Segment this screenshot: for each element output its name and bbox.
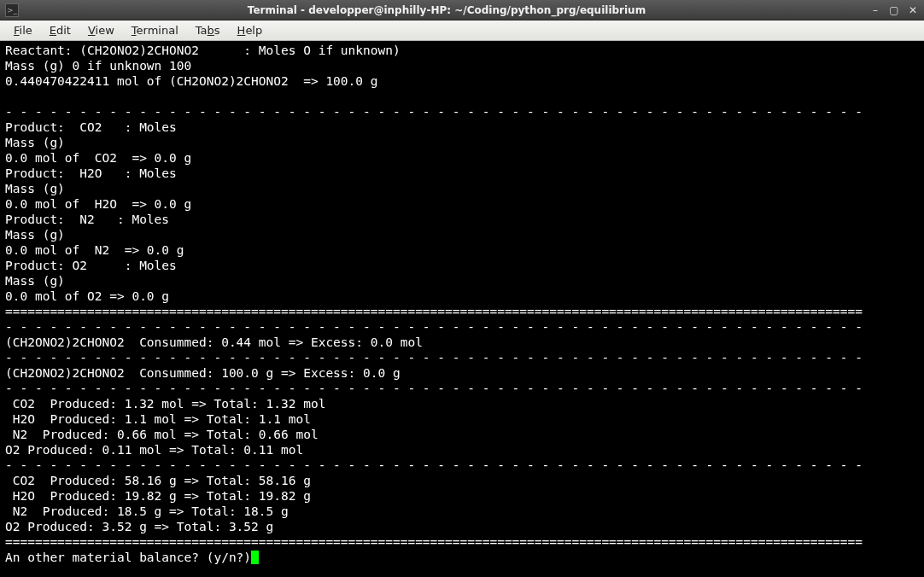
terminal-prompt: An other material balance? (y/n?)	[5, 551, 251, 564]
close-button[interactable]: ✕	[907, 4, 919, 16]
menu-help-rest: elp	[245, 24, 262, 37]
menu-tabs-pre: Ta	[196, 24, 208, 37]
menu-file[interactable]: File	[5, 22, 41, 38]
menu-file-rest: ile	[20, 24, 32, 37]
window-titlebar: >_ Terminal - developper@inphilly-HP: ~/…	[0, 0, 924, 20]
menu-edit[interactable]: Edit	[41, 22, 79, 38]
menu-view[interactable]: View	[79, 22, 123, 38]
minimize-button[interactable]: –	[869, 4, 881, 16]
menu-terminal-rest: erminal	[137, 24, 178, 37]
menu-view-rest: iew	[96, 24, 114, 37]
cursor	[251, 551, 259, 564]
menu-help[interactable]: Help	[229, 22, 272, 38]
menu-terminal[interactable]: Terminal	[123, 22, 187, 38]
menu-tabs[interactable]: Tabs	[187, 22, 229, 38]
window-title: Terminal - developper@inphilly-HP: ~/Cod…	[24, 4, 869, 16]
terminal-app-icon: >_	[5, 3, 19, 17]
terminal-output[interactable]: Reactant: (CH2ONO2)2CHONO2 : Moles O if …	[0, 41, 924, 577]
terminal-lines: Reactant: (CH2ONO2)2CHONO2 : Moles O if …	[5, 44, 863, 549]
menubar: File Edit View Terminal Tabs Help	[0, 20, 924, 41]
menu-edit-rest: dit	[56, 24, 71, 37]
maximize-button[interactable]: ▢	[888, 4, 900, 16]
menu-tabs-rest: s	[214, 24, 220, 37]
